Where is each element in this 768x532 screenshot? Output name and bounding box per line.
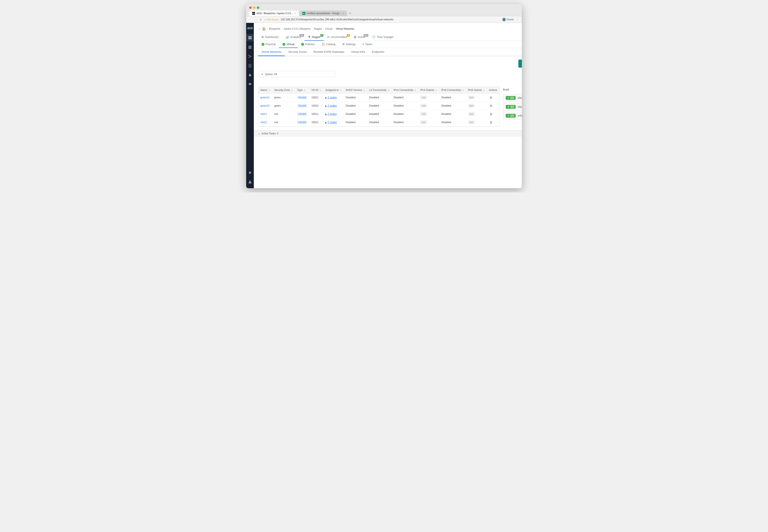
sub-tab-settings[interactable]: ⚙ Settings <box>339 41 359 48</box>
tab-time-voyager[interactable]: 🕐 Time Voyager <box>369 34 397 41</box>
new-tab-button[interactable]: + <box>347 11 353 16</box>
delete-button-3[interactable]: 🗑 <box>489 120 493 125</box>
virtual-tab-networks[interactable]: Virtual Networks <box>258 48 285 56</box>
cell-ipv4-conn-1: Disabled <box>392 102 418 110</box>
ipv6-conn-sort-icon[interactable]: ⇅ <box>462 89 464 91</box>
name-link-2[interactable]: red11 <box>260 113 267 116</box>
menu-button[interactable]: ⋮ <box>516 18 519 21</box>
virtual-tab-remote-evpn[interactable]: Remote EVPN Gateways <box>310 48 348 56</box>
l3-sort-icon[interactable]: ⇅ <box>388 89 389 91</box>
virtual-tab-security-zones[interactable]: Security Zones <box>285 48 310 56</box>
tab-aos[interactable]: AOS AOS / Blueprints / Apstra 3.3.0... × <box>249 11 299 16</box>
query-filter[interactable]: ▶ Query: All <box>259 71 335 77</box>
svg-line-12 <box>249 56 250 57</box>
status-arrow-icon[interactable]: ▲ <box>258 132 260 135</box>
delete-button-2[interactable]: 🗑 <box>489 112 493 116</box>
delete-button-0[interactable]: 🗑 <box>489 95 493 100</box>
sidebar-item-servers[interactable] <box>246 43 254 51</box>
virtual-tab-virtual-infra[interactable]: Virtual Infra <box>348 48 368 56</box>
dhcp-sort-icon[interactable]: ⇅ <box>363 89 365 91</box>
tab-sheets[interactable]: ✦ Untitled spreadsheet - Googl... × <box>299 11 347 16</box>
table-header: Name ⇅ Security Zone ⇅ Type <box>258 87 499 93</box>
nodes-link-0[interactable]: ▶ 2 nodes <box>325 96 341 99</box>
breadcrumb-staged[interactable]: Staged <box>314 26 322 32</box>
nodes-link-1[interactable]: ▶ 2 nodes <box>325 104 341 107</box>
sub-tab-virtual[interactable]: ✓ Virtual <box>279 41 298 48</box>
name-link-0[interactable]: green21 <box>260 96 270 99</box>
tab-dashboard[interactable]: ⊞ Dashboard <box>258 34 282 41</box>
delete-button-1[interactable]: 🗑 <box>489 103 493 108</box>
cell-ipv4-subnet-0: N/A <box>418 93 439 102</box>
tab-analytics[interactable]: 📊 Analytics N/A <box>282 34 304 41</box>
virtual-tab-endpoints[interactable]: Endpoints <box>368 48 388 56</box>
breadcrumb-virtual[interactable]: Virtual <box>325 26 332 32</box>
vn-id-sort-icon[interactable]: ⇅ <box>319 89 321 91</box>
sidebar-item-robot[interactable] <box>246 71 254 79</box>
home-icon[interactable]: 🏠 <box>262 27 266 31</box>
browser-controls <box>249 6 519 9</box>
tab-uncommitted[interactable]: ⇄ Uncommitted ⚠ <box>324 34 350 41</box>
reload-button[interactable]: ↻ <box>259 18 262 21</box>
sidebar-logo: a|o|s <box>246 25 254 31</box>
back-button[interactable]: ← <box>249 18 252 21</box>
sub-tab-policies[interactable]: ✓ Policies <box>298 41 318 48</box>
maximize-button[interactable] <box>257 6 259 9</box>
close-button[interactable] <box>249 6 252 9</box>
name-link-1[interactable]: green22 <box>260 104 270 107</box>
sidebar-item-layers[interactable] <box>246 81 254 88</box>
tab-dashboard-label: Dashboard <box>265 35 278 39</box>
sidebar-item-topology[interactable] <box>246 53 254 60</box>
sidebar-item-star[interactable] <box>246 169 254 176</box>
sub-tab-catalog[interactable]: 📋 Catalog <box>318 41 339 48</box>
breadcrumb-current: Virtual Networks <box>336 27 354 30</box>
breadcrumb-wrap: ☆ 🏠 › Blueprints › Apstra 3.3.0.2 Bluepr… <box>258 25 522 33</box>
type-badge-1: VXLAN <box>297 104 307 107</box>
cell-ipv6-conn-2: Disabled <box>439 110 466 118</box>
col-ipv6-subnet: IPv6 Subnet ⇅ <box>466 87 487 93</box>
ipv4-subnet-badge-0: N/A <box>420 96 427 99</box>
sidebar-item-reports[interactable] <box>246 62 254 70</box>
tab-active[interactable]: ⏻ Active N/A <box>350 34 368 41</box>
name-sort-icon[interactable]: ⇅ <box>268 89 270 91</box>
sidebar-item-user[interactable] <box>246 178 254 186</box>
breadcrumb-blueprint[interactable]: Apstra 3.3.0.2 Blueprint <box>284 26 310 32</box>
create-virtual-networks-button[interactable]: ＋ Create Virtual Networks <box>519 60 522 68</box>
ipv6-subnet-badge-0: N/A <box>468 96 475 99</box>
minimize-button[interactable] <box>253 6 255 9</box>
check-icon-vni: ✓ <box>508 105 510 108</box>
address-url[interactable]: 192.168.252.57/#/blueprints/52cac5be-1ff… <box>281 18 500 21</box>
breadcrumb-blueprints[interactable]: Blueprints <box>269 26 280 32</box>
cell-ipv6-conn-3: Disabled <box>439 118 466 127</box>
col-ipv4-connectivity: IPv4 Connectivity ⇅ <box>392 87 418 93</box>
cell-ipv6-subnet-3: N/A <box>466 118 487 127</box>
status-bar: ▲ Active Tasks: 0 <box>254 130 522 137</box>
cell-security-zone-3: red <box>272 118 295 127</box>
sidebar-item-grid[interactable] <box>246 34 254 42</box>
tab-staged[interactable]: ⚗ Staged ✓ <box>304 34 324 41</box>
cell-ipv6-conn-0: Disabled <box>439 93 466 102</box>
name-link-3[interactable]: red12 <box>260 121 267 124</box>
nodes-link-2[interactable]: ▶ 2 nodes <box>325 113 341 116</box>
sub-tab-tasks[interactable]: ≡ Tasks <box>359 41 376 48</box>
tab-sheets-close[interactable]: × <box>342 12 344 15</box>
sub-tab-physical[interactable]: ✓ Physical <box>258 41 279 48</box>
assigned-sort-icon[interactable]: ⇅ <box>340 89 341 91</box>
ipv4-subnet-sort-icon[interactable]: ⇅ <box>435 89 437 91</box>
breadcrumb-sep-5: › <box>334 27 334 30</box>
star-icon[interactable]: ☆ <box>258 27 261 31</box>
col-name: Name ⇅ <box>258 87 272 93</box>
sub-tab-physical-label: Physical <box>265 43 276 46</box>
security-zone-sort-icon[interactable]: ⇅ <box>291 89 293 91</box>
sub-tab-catalog-label: Catalog <box>326 43 335 46</box>
virtual-networks-table: Name ⇅ Security Zone ⇅ Type <box>258 87 499 127</box>
ipv4-conn-sort-icon[interactable]: ⇅ <box>414 89 416 91</box>
ipv6-subnet-badge-3: N/A <box>468 121 475 124</box>
guest-button[interactable]: 👤 Guest <box>502 18 514 21</box>
ipv6-subnet-sort-icon[interactable]: ⇅ <box>483 89 485 91</box>
type-sort-icon[interactable]: ⇅ <box>304 89 305 91</box>
sheets-favicon: ✦ <box>302 12 305 15</box>
forward-button[interactable]: → <box>254 18 257 21</box>
tab-aos-close[interactable]: × <box>294 12 296 15</box>
nodes-link-3[interactable]: ▶ 2 nodes <box>325 121 341 124</box>
security-warning: ⚠ Not Secure <box>264 18 278 21</box>
